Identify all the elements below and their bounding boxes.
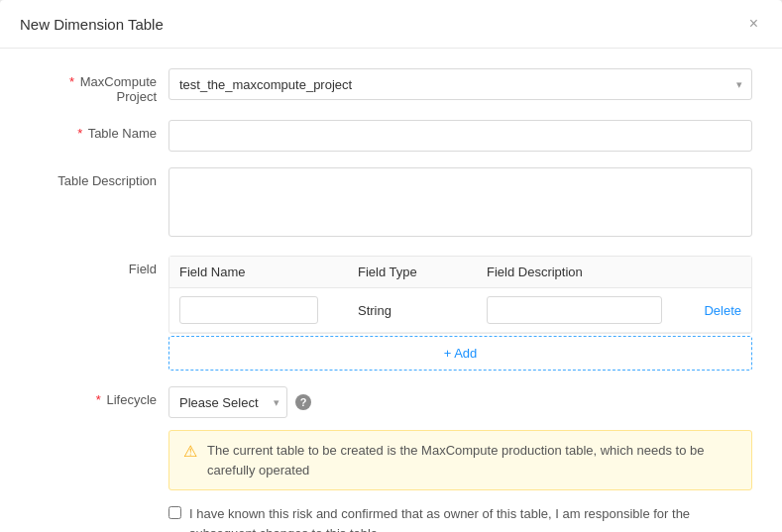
field-name-cell (179, 296, 358, 324)
table-name-input[interactable] (168, 120, 752, 152)
dialog-body: * MaxCompute Project test_the_maxcompute… (0, 49, 782, 532)
lifecycle-row: * Lifecycle Please Select ▾ ? ⚠ The c (30, 386, 752, 532)
field-table-header: Field Name Field Type Field Description (169, 257, 751, 288)
field-control: Field Name Field Type Field Description … (168, 256, 752, 371)
lifecycle-select-wrapper: Please Select ▾ (168, 386, 287, 418)
delete-field-button[interactable]: Delete (704, 303, 741, 318)
table-description-row: Table Description (30, 167, 752, 240)
maxcompute-project-select-wrapper: test_the_maxcompute_project ▾ (168, 68, 752, 100)
field-description-cell (487, 296, 682, 324)
table-description-input[interactable] (168, 167, 752, 237)
table-description-control (168, 167, 752, 240)
warning-box: ⚠ The current table to be created is the… (168, 430, 752, 490)
table-name-row: * Table Name (30, 120, 752, 152)
field-row: Field Field Name Field Type Field Descri… (30, 256, 752, 371)
maxcompute-project-label: * MaxCompute Project (30, 68, 168, 104)
table-row: String Delete (169, 288, 751, 333)
table-name-control (168, 120, 752, 152)
new-dimension-table-dialog: New Dimension Table × * MaxCompute Proje… (0, 0, 782, 532)
field-name-input[interactable] (179, 296, 318, 324)
add-field-button[interactable]: + Add (168, 336, 752, 371)
table-name-label: * Table Name (30, 120, 168, 141)
warning-icon: ⚠ (183, 442, 197, 461)
field-description-column-header: Field Description (487, 265, 741, 279)
field-action-cell: Delete (682, 303, 741, 318)
lifecycle-select-row: Please Select ▾ ? (168, 386, 752, 418)
risk-checkbox[interactable] (168, 506, 181, 519)
lifecycle-control: Please Select ▾ ? ⚠ The current table to… (168, 386, 752, 532)
checkbox-row: I have known this risk and confirmed tha… (168, 504, 752, 532)
table-description-label: Table Description (30, 167, 168, 188)
field-description-input[interactable] (487, 296, 662, 324)
close-button[interactable]: × (745, 14, 762, 34)
field-table: Field Name Field Type Field Description … (168, 256, 752, 334)
required-star: * (69, 74, 74, 89)
maxcompute-project-control: test_the_maxcompute_project ▾ (168, 68, 752, 100)
field-type-column-header: Field Type (358, 265, 487, 279)
dialog-title: New Dimension Table (20, 16, 164, 33)
lifecycle-select[interactable]: Please Select (168, 386, 287, 418)
field-type-value: String (358, 303, 391, 318)
field-name-column-header: Field Name (179, 265, 358, 279)
dialog-header: New Dimension Table × (0, 0, 782, 49)
required-star: * (77, 126, 82, 141)
field-type-cell: String (358, 303, 487, 318)
required-star: * (96, 392, 101, 407)
lifecycle-label: * Lifecycle (30, 386, 168, 407)
maxcompute-project-select[interactable]: test_the_maxcompute_project (168, 68, 752, 100)
warning-text: The current table to be created is the M… (207, 441, 737, 479)
maxcompute-project-row: * MaxCompute Project test_the_maxcompute… (30, 68, 752, 104)
checkbox-label: I have known this risk and confirmed tha… (189, 504, 752, 532)
help-icon[interactable]: ? (295, 394, 311, 410)
field-label: Field (30, 256, 168, 276)
